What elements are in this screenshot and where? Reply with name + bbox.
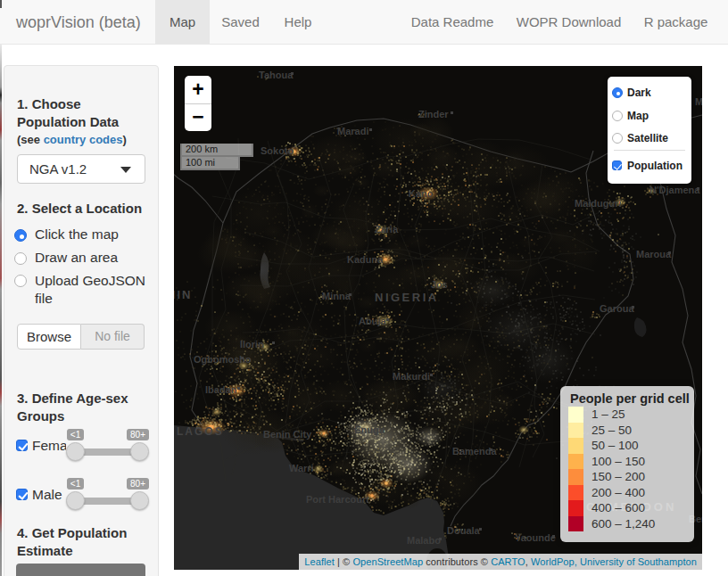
svg-text:Garoua: Garoua — [600, 303, 634, 314]
svg-text:Sokoto: Sokoto — [261, 145, 294, 156]
svg-text:Minna: Minna — [322, 291, 352, 301]
svg-text:Kano: Kano — [409, 188, 434, 199]
svg-text:Malabo: Malabo — [407, 535, 441, 546]
svg-text:Yaounde: Yaounde — [515, 532, 556, 543]
svg-text:Port Harcourt: Port Harcourt — [306, 494, 369, 505]
svg-text:Kaduna: Kaduna — [347, 254, 384, 265]
svg-text:Benin City: Benin City — [263, 429, 312, 440]
svg-text:Jos: Jos — [431, 279, 448, 290]
svg-text:Mao: Mao — [695, 96, 702, 107]
svg-text:Ilorin: Ilorin — [240, 339, 264, 350]
svg-text:Abuja: Abuja — [359, 316, 386, 326]
svg-text:Maradi: Maradi — [337, 126, 368, 136]
svg-text:Maroua: Maroua — [636, 249, 672, 259]
svg-text:Enugu: Enugu — [354, 424, 385, 435]
svg-text:Zinder: Zinder — [418, 109, 449, 119]
svg-text:LAGOS: LAGOS — [177, 425, 224, 438]
svg-text:Douala: Douala — [447, 525, 481, 536]
svg-text:Makurdi: Makurdi — [393, 371, 430, 382]
svg-text:Tahoua: Tahoua — [259, 70, 294, 80]
svg-text:NIGERIA: NIGERIA — [375, 291, 439, 304]
svg-text:N'Djamena: N'Djamena — [649, 185, 700, 195]
svg-text:Zaria: Zaria — [375, 224, 399, 235]
svg-text:Warri: Warri — [289, 463, 314, 473]
svg-text:Maiduguri: Maiduguri — [575, 198, 622, 209]
svg-text:BENIN: BENIN — [174, 288, 192, 301]
svg-text:Ibadan: Ibadan — [205, 384, 237, 395]
